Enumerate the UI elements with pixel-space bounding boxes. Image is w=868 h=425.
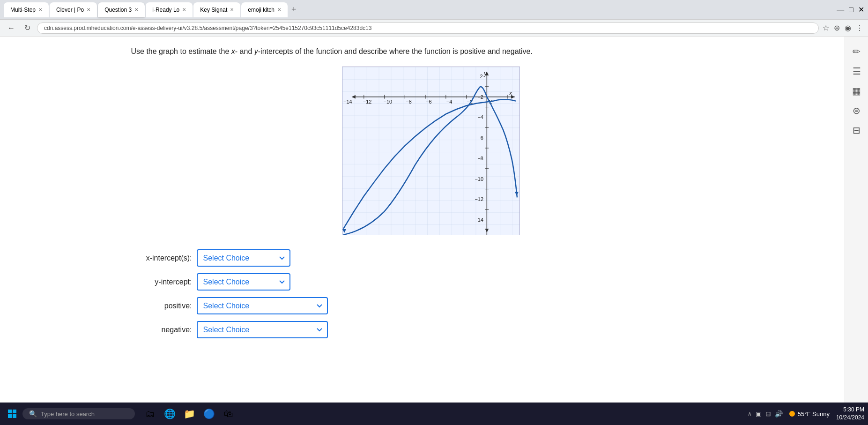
folder-icon: 📁	[184, 408, 195, 419]
weather-display: 55°F Sunny	[789, 410, 830, 418]
tab-keysignat[interactable]: Key Signat ✕	[193, 2, 240, 17]
explorer-icon: 🗂	[145, 409, 155, 419]
negative-label: negative:	[131, 326, 192, 334]
positive-row: positive: Select Choice (-4, 0) (-∞, -4)…	[131, 297, 731, 314]
clock-time: 5:30 PM	[836, 406, 864, 414]
taskbar-app-icons: 🗂 🌐 📁 🔵 🛍	[141, 405, 237, 422]
tab-question3[interactable]: Question 3 ✕	[98, 2, 145, 17]
y-label-neg2: −2	[477, 94, 483, 100]
bookmark-icon[interactable]: ☆	[823, 23, 829, 32]
taskbar-explorer-icon[interactable]: 🗂	[141, 405, 158, 422]
x-label-neg4: −4	[446, 99, 452, 104]
profile-icon[interactable]: ◉	[845, 23, 851, 32]
new-tab-button[interactable]: +	[289, 5, 299, 15]
minimize-button[interactable]: —	[837, 6, 844, 14]
notes-icon[interactable]: ☰	[853, 66, 861, 77]
y-label-2: 2	[480, 74, 482, 79]
x-axis-letter: x	[509, 90, 512, 97]
taskbar-store-icon[interactable]: 🛍	[220, 405, 237, 422]
tray-monitor-icon: ▣	[756, 410, 762, 418]
calculator-icon[interactable]: ▦	[852, 85, 861, 97]
close-button[interactable]: ✕	[858, 5, 864, 14]
taskbar: 🔍 🗂 🌐 📁 🔵 🛍 ∧ ▣ ⊟ 🔊 55°F Sunny	[0, 403, 868, 425]
tab-label: i-Ready Lo	[152, 7, 179, 13]
tab-close-icon[interactable]: ✕	[277, 7, 281, 12]
booklet-icon[interactable]: ⊟	[853, 125, 861, 136]
tab-label: Question 3	[104, 7, 132, 13]
windows-icon	[7, 409, 17, 418]
x-label-neg8: −8	[406, 99, 411, 104]
system-tray: ∧ ▣ ⊟ 🔊	[748, 410, 783, 418]
taskbar-folder-icon[interactable]: 📁	[181, 405, 198, 422]
tab-close-icon[interactable]: ✕	[134, 7, 138, 12]
y-axis-letter: y	[483, 70, 487, 77]
weather-text: 55°F Sunny	[798, 410, 830, 418]
reference-icon[interactable]: ⊜	[853, 105, 861, 116]
x-label-neg12: −12	[363, 99, 371, 104]
svg-rect-10	[13, 414, 16, 418]
tab-close-icon[interactable]: ✕	[38, 7, 42, 12]
clock-date: 10/24/2024	[836, 414, 864, 422]
taskbar-chrome-icon[interactable]: 🔵	[200, 405, 217, 422]
maximize-button[interactable]: □	[849, 6, 853, 14]
y-label-neg4: −4	[477, 114, 483, 120]
x-label-neg14: −14	[343, 99, 352, 104]
weather-icon	[789, 411, 795, 417]
y-label-neg10: −10	[475, 176, 483, 182]
tab-clever[interactable]: Clever | Po ✕	[50, 2, 97, 17]
tab-label: Multi-Step	[10, 7, 36, 13]
y-intercept-label: y-intercept:	[131, 278, 192, 286]
y-label-neg6: −6	[477, 135, 483, 141]
svg-rect-0	[342, 67, 519, 235]
tab-close-icon[interactable]: ✕	[230, 7, 234, 12]
form-section: x-intercept(s): Select Choice x = -4 and…	[131, 249, 731, 338]
tab-bar: Multi-Step ✕ Clever | Po ✕ Question 3 ✕ …	[4, 2, 834, 17]
menu-icon[interactable]: ⋮	[856, 23, 863, 32]
y-label-neg12: −12	[475, 196, 483, 202]
tab-label: emoji kitch	[248, 7, 274, 13]
x-intercept-select[interactable]: Select Choice x = -4 and x = 0 x = -4 x …	[197, 249, 290, 267]
tab-close-icon[interactable]: ✕	[182, 7, 186, 12]
svg-rect-9	[8, 414, 12, 418]
y-intercept-select[interactable]: Select Choice y = 0 y = -4 y = 2	[197, 273, 290, 291]
tab-close-icon[interactable]: ✕	[87, 7, 90, 12]
nav-icons: ☆ ⊕ ◉ ⋮	[823, 23, 863, 32]
y-label-neg8: −8	[477, 156, 483, 161]
y-intercept-row: y-intercept: Select Choice y = 0 y = -4 …	[131, 273, 731, 291]
start-button[interactable]	[4, 405, 21, 422]
chrome-icon: 🔵	[203, 408, 215, 419]
graph-container: −14 −12 −10 −8 −6 −4 −2 2 x 2 −2 −4 −6 −…	[131, 67, 731, 235]
back-button[interactable]: ←	[5, 22, 18, 34]
store-icon: 🛍	[224, 409, 233, 419]
network-icon: ⊟	[765, 410, 771, 418]
tray-up-arrow[interactable]: ∧	[748, 410, 752, 417]
question-text: Use the graph to estimate the x- and y-i…	[131, 46, 553, 57]
tab-label: Clever | Po	[56, 7, 84, 13]
refresh-button[interactable]: ↻	[22, 22, 33, 34]
right-sidebar: ✏ ☰ ▦ ⊜ ⊟	[845, 37, 868, 403]
taskbar-edge-icon[interactable]: 🌐	[161, 405, 178, 422]
svg-rect-8	[13, 410, 16, 413]
negative-select[interactable]: Select Choice (-∞, -4) ∪ (0, ∞) (-4, 0) …	[197, 321, 328, 338]
x-label-neg10: −10	[383, 99, 392, 104]
tab-multi-step[interactable]: Multi-Step ✕	[4, 2, 49, 17]
nav-bar: ← ↻ ☆ ⊕ ◉ ⋮	[0, 20, 868, 37]
taskbar-search-box[interactable]: 🔍	[22, 408, 135, 419]
system-clock: 5:30 PM 10/24/2024	[836, 406, 864, 422]
tab-label: Key Signat	[200, 7, 227, 13]
x-label-neg6: −6	[426, 99, 431, 104]
tab-iready[interactable]: i-Ready Lo ✕	[146, 2, 193, 17]
tab-emoji[interactable]: emoji kitch ✕	[241, 2, 288, 17]
svg-rect-7	[8, 410, 12, 413]
x-intercept-row: x-intercept(s): Select Choice x = -4 and…	[131, 249, 731, 267]
address-bar[interactable]	[37, 22, 819, 34]
edge-icon: 🌐	[164, 408, 176, 419]
extensions-icon[interactable]: ⊕	[834, 23, 840, 32]
graph-svg: −14 −12 −10 −8 −6 −4 −2 2 x 2 −2 −4 −6 −…	[342, 67, 520, 235]
taskbar-search-input[interactable]	[41, 410, 125, 418]
pencil-icon[interactable]: ✏	[853, 46, 861, 57]
negative-row: negative: Select Choice (-∞, -4) ∪ (0, ∞…	[131, 321, 731, 338]
positive-select[interactable]: Select Choice (-4, 0) (-∞, -4) ∪ (0, ∞) …	[197, 297, 328, 314]
search-icon: 🔍	[29, 410, 37, 418]
volume-icon[interactable]: 🔊	[775, 410, 783, 418]
